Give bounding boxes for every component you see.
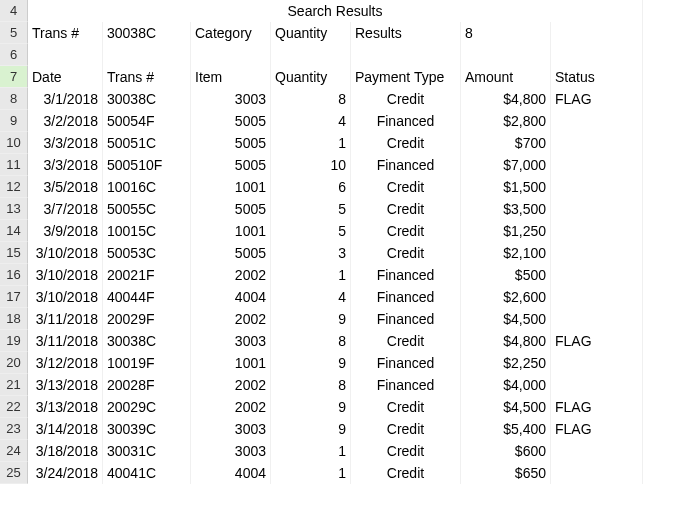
cell-amount[interactable]: $1,500 <box>461 176 551 198</box>
cell-payment[interactable]: Credit <box>351 440 461 462</box>
cell-status[interactable] <box>551 374 643 396</box>
cell-item[interactable]: 5005 <box>191 110 271 132</box>
cell-status[interactable] <box>551 220 643 242</box>
empty-cell[interactable] <box>461 44 551 66</box>
cell-date[interactable]: 3/5/2018 <box>28 176 103 198</box>
cell-amount[interactable]: $2,800 <box>461 110 551 132</box>
row-header[interactable]: 23 <box>0 418 28 440</box>
cell-status[interactable] <box>551 264 643 286</box>
cell-trans[interactable]: 30038C <box>103 330 191 352</box>
cell-amount[interactable]: $4,800 <box>461 88 551 110</box>
cell-payment[interactable]: Financed <box>351 352 461 374</box>
cell-trans[interactable]: 40044F <box>103 286 191 308</box>
row-header[interactable]: 13 <box>0 198 28 220</box>
cell-qty[interactable]: 1 <box>271 264 351 286</box>
row-header[interactable]: 25 <box>0 462 28 484</box>
cell-qty[interactable]: 1 <box>271 462 351 484</box>
cell-qty[interactable]: 1 <box>271 132 351 154</box>
cell-date[interactable]: 3/10/2018 <box>28 264 103 286</box>
cell-date[interactable]: 3/13/2018 <box>28 396 103 418</box>
cell-qty[interactable]: 5 <box>271 198 351 220</box>
empty-cell[interactable] <box>191 44 271 66</box>
cell-date[interactable]: 3/13/2018 <box>28 374 103 396</box>
cell-qty[interactable]: 9 <box>271 396 351 418</box>
cell-trans[interactable]: 50053C <box>103 242 191 264</box>
empty-cell[interactable] <box>551 22 643 44</box>
row-header[interactable]: 16 <box>0 264 28 286</box>
cell-date[interactable]: 3/14/2018 <box>28 418 103 440</box>
cell-item[interactable]: 3003 <box>191 330 271 352</box>
cell-trans[interactable]: 30039C <box>103 418 191 440</box>
row-header[interactable]: 20 <box>0 352 28 374</box>
cell-qty[interactable]: 4 <box>271 286 351 308</box>
cell-date[interactable]: 3/3/2018 <box>28 132 103 154</box>
cell-payment[interactable]: Credit <box>351 198 461 220</box>
cell-amount[interactable]: $500 <box>461 264 551 286</box>
cell-trans[interactable]: 50051C <box>103 132 191 154</box>
cell-trans[interactable]: 20029F <box>103 308 191 330</box>
search-trans-label[interactable]: Trans # <box>28 22 103 44</box>
col-header-status[interactable]: Status <box>551 66 643 88</box>
cell-amount[interactable]: $600 <box>461 440 551 462</box>
cell-status[interactable] <box>551 132 643 154</box>
cell-date[interactable]: 3/10/2018 <box>28 242 103 264</box>
cell-status[interactable]: FLAG <box>551 418 643 440</box>
cell-item[interactable]: 3003 <box>191 88 271 110</box>
cell-trans[interactable]: 50054F <box>103 110 191 132</box>
cell-trans[interactable]: 20021F <box>103 264 191 286</box>
cell-amount[interactable]: $1,250 <box>461 220 551 242</box>
cell-amount[interactable]: $4,500 <box>461 396 551 418</box>
row-header[interactable]: 5 <box>0 22 28 44</box>
cell-payment[interactable]: Financed <box>351 264 461 286</box>
cell-amount[interactable]: $650 <box>461 462 551 484</box>
cell-item[interactable]: 1001 <box>191 220 271 242</box>
col-header-trans[interactable]: Trans # <box>103 66 191 88</box>
cell-date[interactable]: 3/11/2018 <box>28 330 103 352</box>
cell-amount[interactable]: $4,500 <box>461 308 551 330</box>
cell-item[interactable]: 1001 <box>191 352 271 374</box>
cell-trans[interactable]: 10016C <box>103 176 191 198</box>
cell-status[interactable] <box>551 154 643 176</box>
cell-item[interactable]: 4004 <box>191 462 271 484</box>
cell-item[interactable]: 2002 <box>191 374 271 396</box>
cell-trans[interactable]: 30031C <box>103 440 191 462</box>
cell-qty[interactable]: 1 <box>271 440 351 462</box>
search-category-label[interactable]: Category <box>191 22 271 44</box>
cell-amount[interactable]: $2,600 <box>461 286 551 308</box>
cell-item[interactable]: 5005 <box>191 132 271 154</box>
cell-trans[interactable]: 30038C <box>103 88 191 110</box>
cell-trans[interactable]: 50055C <box>103 198 191 220</box>
cell-payment[interactable]: Credit <box>351 418 461 440</box>
cell-qty[interactable]: 9 <box>271 352 351 374</box>
cell-item[interactable]: 4004 <box>191 286 271 308</box>
cell-payment[interactable]: Credit <box>351 132 461 154</box>
cell-amount[interactable]: $2,250 <box>461 352 551 374</box>
cell-payment[interactable]: Credit <box>351 330 461 352</box>
row-header[interactable]: 19 <box>0 330 28 352</box>
cell-qty[interactable]: 8 <box>271 330 351 352</box>
row-header[interactable]: 12 <box>0 176 28 198</box>
cell-item[interactable]: 3003 <box>191 418 271 440</box>
cell-item[interactable]: 2002 <box>191 308 271 330</box>
cell-payment[interactable]: Credit <box>351 396 461 418</box>
cell-payment[interactable]: Financed <box>351 374 461 396</box>
empty-cell[interactable] <box>103 44 191 66</box>
cell-trans[interactable]: 10019F <box>103 352 191 374</box>
cell-qty[interactable]: 10 <box>271 154 351 176</box>
cell-amount[interactable]: $7,000 <box>461 154 551 176</box>
cell-item[interactable]: 5005 <box>191 198 271 220</box>
search-trans-value[interactable]: 30038C <box>103 22 191 44</box>
cell-qty[interactable]: 4 <box>271 110 351 132</box>
cell-status[interactable]: FLAG <box>551 88 643 110</box>
cell-item[interactable]: 5005 <box>191 154 271 176</box>
cell-amount[interactable]: $2,100 <box>461 242 551 264</box>
empty-cell[interactable] <box>28 44 103 66</box>
cell-status[interactable] <box>551 308 643 330</box>
row-header[interactable]: 4 <box>0 0 28 22</box>
search-results-label[interactable]: Results <box>351 22 461 44</box>
cell-payment[interactable]: Credit <box>351 88 461 110</box>
row-header[interactable]: 22 <box>0 396 28 418</box>
row-header[interactable]: 15 <box>0 242 28 264</box>
cell-qty[interactable]: 8 <box>271 88 351 110</box>
cell-trans[interactable]: 10015C <box>103 220 191 242</box>
